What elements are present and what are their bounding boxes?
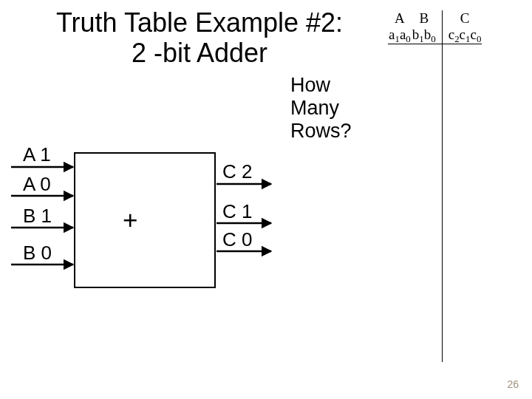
truth-table-grid: A B C a1a0 b1b0 c2c1c0 [388,10,482,362]
question-line-3: Rows? [290,120,352,142]
table-header-row: A B C [388,10,482,27]
adder-diagram: + A 1 A 0 B 1 B 0 C 2 C 1 C 0 [11,152,277,300]
question-line-1: How [290,74,330,96]
title-line-1: Truth Table Example #2: [56,7,343,38]
page-title: Truth Table Example #2: 2 -bit Adder [41,7,358,69]
table-subheader-row: a1a0 b1b0 c2c1c0 [388,27,482,44]
header-c: C [442,10,482,27]
header-b: B [412,10,442,27]
subheader-c: c2c1c0 [442,27,482,44]
question-text: How Many Rows? [290,74,352,143]
table-body-stub [388,44,482,363]
wires-svg [11,152,277,300]
title-line-2: 2 -bit Adder [132,38,267,68]
subheader-b: b1b0 [412,27,442,44]
subheader-a: a1a0 [388,27,412,44]
page-number: 26 [507,378,519,390]
truth-table: A B C a1a0 b1b0 c2c1c0 [388,10,482,362]
question-line-2: Many [290,97,339,119]
slide: Truth Table Example #2: 2 -bit Adder How… [0,0,532,399]
header-a: A [388,10,412,27]
